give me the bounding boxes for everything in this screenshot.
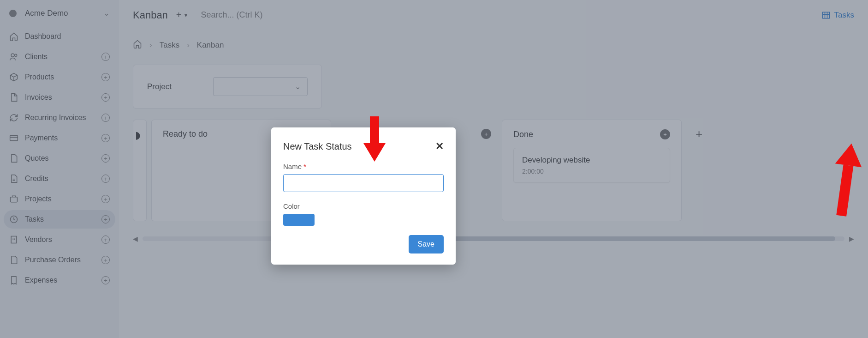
annotation-arrow-down-icon [363, 116, 386, 167]
required-indicator: * [303, 163, 306, 170]
color-swatch[interactable] [283, 214, 315, 226]
color-field-label: Color [283, 202, 300, 210]
close-icon[interactable]: ✕ [435, 140, 444, 152]
name-input[interactable] [283, 174, 444, 192]
name-field-label: Name [283, 163, 302, 170]
modal-title: New Task Status [283, 141, 352, 152]
save-button[interactable]: Save [409, 235, 444, 254]
